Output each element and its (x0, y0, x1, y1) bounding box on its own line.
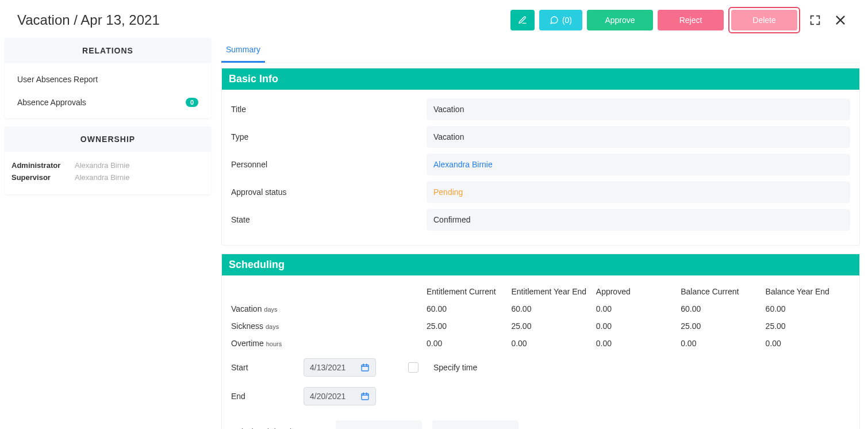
close-icon (834, 14, 847, 26)
sidebar-item-absence-approvals[interactable]: Absence Approvals 0 (5, 91, 211, 114)
col-approved: Approved (596, 287, 681, 296)
calc-duration-days: 6.00 working days (336, 420, 422, 429)
row-vacation-v5: 60.00 (766, 304, 850, 313)
action-buttons: (0) Approve Reject Delete (510, 7, 851, 33)
fullscreen-icon (809, 14, 821, 26)
basic-info-header: Basic Info (222, 68, 859, 90)
basic-info-panel: Basic Info Title Vacation Type Vacation … (221, 68, 860, 246)
title-label: Title (231, 101, 427, 117)
calendar-icon (360, 392, 370, 401)
state-value: Confirmed (427, 209, 850, 231)
row-overtime-v2: 0.00 (511, 339, 596, 348)
personnel-label: Personnel (231, 156, 427, 173)
end-date-value: 4/20/2021 (310, 392, 345, 401)
sidebar: RELATIONS User Absences Report Absence A… (0, 38, 216, 202)
scheduling-panel: Scheduling Entitlement Current Entitleme… (221, 254, 860, 429)
main-content: Summary Basic Info Title Vacation Type V… (216, 38, 868, 429)
state-label: State (231, 212, 427, 228)
row-sickness-label: Sickness days (231, 321, 427, 331)
reject-button[interactable]: Reject (658, 10, 724, 30)
tab-summary[interactable]: Summary (221, 38, 265, 63)
approval-status-label: Approval status (231, 184, 427, 200)
sidebar-item-label: User Absences Report (17, 75, 98, 84)
svg-rect-0 (362, 365, 368, 371)
ownership-name: Alexandra Birnie (75, 161, 129, 170)
relations-header: RELATIONS (5, 38, 211, 63)
comments-button[interactable]: (0) (539, 10, 582, 30)
end-label: End (231, 392, 304, 401)
row-sickness-v3: 0.00 (596, 321, 681, 331)
row-sickness-v1: 25.00 (427, 321, 511, 331)
sidebar-item-user-absences-report[interactable]: User Absences Report (5, 68, 211, 91)
start-label: Start (231, 363, 304, 372)
row-sickness-v5: 25.00 (766, 321, 850, 331)
row-overtime-label: Overtime hours (231, 339, 427, 348)
ownership-header: OWNERSHIP (5, 127, 211, 152)
col-entitlement-year-end: Entitlement Year End (511, 287, 596, 296)
row-overtime-v3: 0.00 (596, 339, 681, 348)
tabs: Summary (221, 38, 860, 63)
sidebar-item-label: Absence Approvals (17, 98, 86, 107)
row-vacation-v2: 60.00 (511, 304, 596, 313)
calendar-icon (360, 363, 370, 372)
row-overtime-v4: 0.00 (681, 339, 765, 348)
row-vacation-v3: 0.00 (596, 304, 681, 313)
start-date-input[interactable]: 4/13/2021 (304, 358, 376, 377)
row-sickness-v4: 25.00 (681, 321, 765, 331)
ownership-role: Administrator (11, 161, 75, 170)
approve-button[interactable]: Approve (587, 10, 653, 30)
col-entitlement-current: Entitlement Current (427, 287, 511, 296)
svg-rect-1 (362, 393, 368, 400)
fullscreen-button[interactable] (805, 10, 825, 30)
delete-button[interactable]: Delete (731, 10, 797, 30)
type-value: Vacation (427, 126, 850, 148)
edit-button[interactable] (510, 10, 535, 30)
ownership-role: Supervisor (11, 173, 75, 182)
delete-button-highlight: Delete (728, 7, 800, 33)
row-vacation-v4: 60.00 (681, 304, 765, 313)
calc-duration-hours: 48.00 hours (432, 420, 519, 429)
personnel-link[interactable]: Alexandra Birnie (427, 154, 850, 175)
specify-time-checkbox[interactable] (408, 362, 418, 373)
col-balance-year-end: Balance Year End (766, 287, 850, 296)
col-balance-current: Balance Current (681, 287, 765, 296)
close-button[interactable] (830, 10, 851, 30)
row-vacation-label: Vacation days (231, 304, 427, 313)
row-overtime-v1: 0.00 (427, 339, 511, 348)
pencil-icon (518, 16, 527, 25)
ownership-row-supervisor: Supervisor Alexandra Birnie (11, 173, 204, 182)
row-vacation-v1: 60.00 (427, 304, 511, 313)
page-title: Vacation / Apr 13, 2021 (17, 12, 510, 28)
comment-icon (550, 16, 559, 25)
row-overtime-v5: 0.00 (766, 339, 850, 348)
scheduling-header: Scheduling (222, 254, 859, 275)
approval-status-value: Pending (427, 181, 850, 203)
specify-time-label: Specify time (433, 363, 477, 372)
start-date-value: 4/13/2021 (310, 363, 345, 372)
ownership-name: Alexandra Birnie (75, 173, 129, 182)
title-value: Vacation (427, 98, 850, 120)
sidebar-item-badge: 0 (186, 98, 198, 107)
row-sickness-v2: 25.00 (511, 321, 596, 331)
ownership-row-administrator: Administrator Alexandra Birnie (11, 161, 204, 170)
type-label: Type (231, 129, 427, 145)
end-date-input[interactable]: 4/20/2021 (304, 387, 376, 405)
comments-count: (0) (562, 16, 572, 25)
